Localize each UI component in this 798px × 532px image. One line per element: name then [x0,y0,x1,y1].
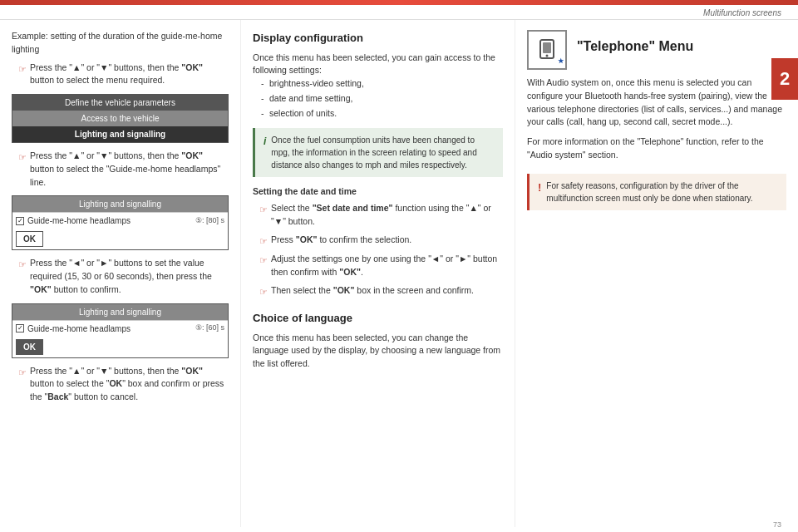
language-text: Once this menu has been selected, you ca… [253,332,503,371]
info-box: i Once the fuel consumption units have b… [253,128,503,177]
display-config-title: Display configuration [253,30,503,47]
dt-bullet-2: ☞ [259,234,268,249]
dt-step-2: ☞ Press "OK" to confirm the selection. [259,234,503,249]
ok-box-3: OK [16,339,43,355]
step-2: ☞ Press the "▲" or "▼" buttons, then the… [18,150,229,189]
main-content: Example: setting of the duration of the … [0,20,798,527]
menu-box-1-sub: Access to the vehicle [12,111,228,126]
header: Multifunction screens [0,5,798,20]
telephone-menu-text2: For more information on the "Telephone" … [527,135,786,162]
dt-bullet-1: ☞ [259,203,268,217]
step-1-text: Press the "▲" or "▼" buttons, then the "… [30,62,229,88]
left-intro: Example: setting of the duration of the … [12,30,229,57]
setting-item-2: date and time setting, [261,92,503,106]
info-icon: i [264,134,266,171]
warning-box: ! For safety reasons, configuration by t… [527,174,786,210]
step-3-text: Press the "◄" or "►" buttons to set the … [30,257,229,296]
menu-box-2: Lighting and signalling Guide-me-home he… [12,195,229,250]
checkbox-3 [16,324,24,332]
menu-box-1: Define the vehicle parameters Access to … [12,94,229,143]
warning-icon: ! [538,180,541,204]
dt-step-4: ☞ Then select the "OK" box in the screen… [259,284,503,299]
language-title: Choice of language [253,310,503,327]
bullet-arrow-3: ☞ [18,258,27,272]
dt-step-2-text: Press "OK" to confirm the selection. [271,234,503,247]
bullet-arrow-4: ☞ [18,366,27,380]
menu-box-2-row: Guide-me-home headlamps ⑤: [80] s [12,212,228,229]
svg-rect-1 [543,42,551,53]
date-time-title: Setting the date and time [253,185,503,199]
setting-item-3: selection of units. [261,107,503,121]
info-box-text: Once the fuel consumption units have bee… [271,134,495,171]
dt-step-1: ☞ Select the "Set date and time" functio… [259,202,503,229]
menu-box-2-row-value: ⑤: [80] s [195,215,224,227]
page-header-title: Multifunction screens [703,8,781,17]
dt-step-1-text: Select the "Set date and time" function … [271,202,503,229]
bullet-arrow-1: ☞ [18,62,27,76]
telephone-menu-text1: With Audio system on, once this menu is … [527,76,786,129]
svg-point-2 [546,55,549,57]
display-config-intro: Once this menu has been selected, you ca… [253,52,503,78]
display-config-list: brightness-video setting, date and time … [261,77,503,120]
menu-box-1-highlight: Lighting and signalling [12,126,228,142]
telephone-icon: ★ [527,30,567,70]
telephone-menu-title: "Telephone" Menu [577,30,693,57]
menu-box-3: Lighting and signalling Guide-me-home he… [12,303,229,358]
step-2-text: Press the "▲" or "▼" buttons, then the "… [30,150,229,189]
phone-svg [535,38,559,62]
page-number: 73 [773,520,781,529]
menu-box-2-header: Lighting and signalling [12,196,228,212]
middle-column: Display configuration Once this menu has… [241,20,515,527]
warning-text: For safety reasons, configuration by the… [546,180,778,204]
ok-box-2: OK [16,231,43,247]
step-4-text: Press the "▲" or "▼" buttons, then the "… [30,365,229,404]
chapter-badge: 2 [771,58,798,100]
dt-step-4-text: Then select the "OK" box in the screen a… [271,284,503,298]
menu-box-3-row-value: ⑤: [60] s [195,323,224,334]
telephone-menu-header: ★ "Telephone" Menu [527,30,786,70]
menu-box-1-header: Define the vehicle parameters [12,95,228,111]
step-3: ☞ Press the "◄" or "►" buttons to set th… [18,257,229,296]
step-4: ☞ Press the "▲" or "▼" buttons, then the… [18,365,229,404]
menu-box-3-row: Guide-me-home headlamps ⑤: [60] s [12,320,228,337]
bluetooth-badge: ★ [558,57,564,66]
dt-step-3-text: Adjust the settings one by one using the… [271,253,503,279]
setting-item-1: brightness-video setting, [261,77,503,91]
dt-step-3: ☞ Adjust the settings one by one using t… [259,253,503,279]
left-column: Example: setting of the duration of the … [0,20,241,527]
step-1: ☞ Press the "▲" or "▼" buttons, then the… [18,62,229,88]
dt-bullet-4: ☞ [259,285,268,299]
menu-box-3-header: Lighting and signalling [12,304,228,320]
menu-box-3-row-label: Guide-me-home headlamps [27,323,195,335]
checkbox-2 [16,217,24,225]
right-column: ★ "Telephone" Menu With Audio system on,… [515,20,798,527]
menu-box-2-row-label: Guide-me-home headlamps [27,214,195,227]
bullet-arrow-2: ☞ [18,150,27,165]
dt-bullet-3: ☞ [259,254,268,268]
